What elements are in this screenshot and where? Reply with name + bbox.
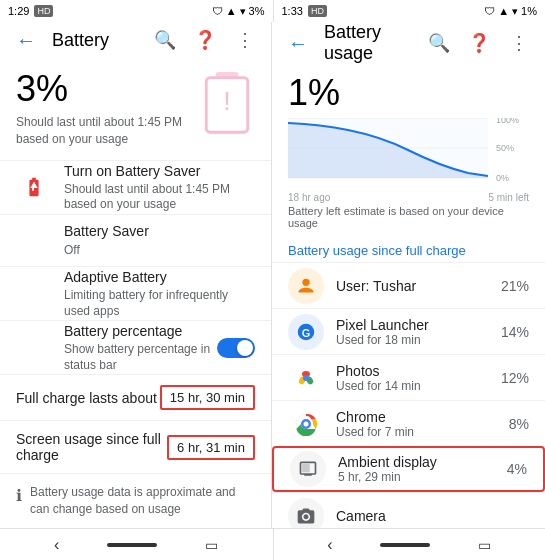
- user-icon: [288, 268, 324, 304]
- full-charge-value: 15 hr, 30 min: [160, 385, 255, 410]
- usage-item-pixel-launcher[interactable]: G Pixel Launcher Used for 18 min 14%: [272, 308, 545, 354]
- pixel-launcher-sub: Used for 18 min: [336, 333, 501, 347]
- chrome-pct: 8%: [509, 416, 529, 432]
- right-help-button[interactable]: ❓: [461, 25, 497, 61]
- chrome-title: Chrome: [336, 409, 509, 425]
- screen-usage-row: Screen usage since full charge 6 hr, 31 …: [0, 420, 271, 473]
- photos-icon: [288, 360, 324, 396]
- usage-item-photos[interactable]: Photos Used for 14 min 12%: [272, 354, 545, 400]
- right-nav-bar: ‹ ▭: [273, 529, 546, 560]
- svg-text:G: G: [302, 326, 311, 338]
- user-pct: 21%: [501, 278, 529, 294]
- photos-title: Photos: [336, 363, 501, 379]
- svg-rect-22: [304, 474, 312, 476]
- right-signal-icon: ▲: [498, 5, 509, 17]
- chart-time-start: 18 hr ago: [288, 192, 330, 203]
- usage-item-camera[interactable]: Camera: [272, 492, 545, 528]
- left-app-bar: ← Battery 🔍 ❓ ⋮: [0, 22, 271, 58]
- usage-item-ambient[interactable]: Ambient display 5 hr, 29 min 4%: [272, 446, 545, 492]
- svg-point-20: [304, 421, 309, 426]
- ambient-icon: [290, 451, 326, 487]
- right-back-button[interactable]: ←: [280, 25, 316, 61]
- right-nav-recents[interactable]: ▭: [478, 537, 491, 553]
- usage-item-user[interactable]: User: Tushar 21%: [272, 262, 545, 308]
- info-icon: ℹ: [16, 486, 22, 505]
- battery-pct-subtitle: Show battery percentage in status bar: [64, 342, 217, 373]
- right-battery-text: 1%: [521, 5, 537, 17]
- chart-note: Battery left estimate is based on your d…: [272, 203, 545, 235]
- adaptive-battery-subtitle: Limiting battery for infrequently used a…: [64, 288, 255, 319]
- battery-percentage-toggle[interactable]: [217, 338, 255, 358]
- usage-percentage: 1%: [272, 64, 545, 114]
- right-app-bar-icons: 🔍 ❓ ⋮: [421, 25, 537, 61]
- battery-percentage-item[interactable]: Battery percentage Show battery percenta…: [0, 320, 271, 374]
- ambient-pct: 4%: [507, 461, 527, 477]
- right-wifi-icon: ▾: [512, 5, 518, 18]
- camera-title: Camera: [336, 508, 529, 524]
- right-status-bar: 1:33 HD 🛡 ▲ ▾ 1%: [273, 0, 546, 22]
- battery-chart: 100% 50% 0%: [272, 114, 545, 190]
- footer-text: Battery usage data is approximate and ca…: [30, 484, 255, 518]
- left-search-button[interactable]: 🔍: [147, 22, 183, 58]
- camera-icon: [288, 498, 324, 529]
- battery-icon-container: !: [199, 68, 255, 138]
- battery-saver-item[interactable]: Battery Saver Off: [0, 214, 271, 266]
- svg-text:100%: 100%: [496, 118, 519, 125]
- ambient-sub: 5 hr, 29 min: [338, 470, 507, 484]
- left-wifi-icon: ▾: [240, 5, 246, 18]
- left-help-button[interactable]: ❓: [187, 22, 223, 58]
- photos-sub: Used for 14 min: [336, 379, 501, 393]
- left-title: Battery: [52, 30, 147, 51]
- pixel-launcher-icon: G: [288, 314, 324, 350]
- left-shield-icon: 🛡: [212, 5, 223, 17]
- battery-percentage: 3%: [16, 68, 187, 110]
- left-more-button[interactable]: ⋮: [227, 22, 263, 58]
- usage-section-header: Battery usage since full charge: [272, 235, 545, 262]
- left-app-bar-icons: 🔍 ❓ ⋮: [147, 22, 263, 58]
- nav-bars: ‹ ▭ ‹ ▭: [0, 528, 545, 560]
- photos-pct: 12%: [501, 370, 529, 386]
- left-back-button[interactable]: ←: [8, 22, 44, 58]
- usage-item-chrome[interactable]: Chrome Used for 7 min 8%: [272, 400, 545, 446]
- battery-hero: 3% Should last until about 1:45 PM based…: [0, 58, 271, 160]
- battery-saver-subtitle: Off: [64, 243, 255, 259]
- right-nav-back[interactable]: ‹: [327, 536, 332, 554]
- screen-usage-label: Screen usage since full charge: [16, 431, 167, 463]
- adaptive-battery-title: Adaptive Battery: [64, 268, 255, 286]
- battery-description: Should last until about 1:45 PM based on…: [16, 114, 187, 148]
- adaptive-battery-item[interactable]: Adaptive Battery Limiting battery for in…: [0, 266, 271, 320]
- right-nav-home[interactable]: [380, 543, 430, 547]
- turn-on-battery-saver-item[interactable]: Turn on Battery Saver Should last until …: [0, 160, 271, 214]
- right-time: 1:33: [282, 5, 303, 17]
- battery-chart-svg: 100% 50% 0%: [288, 118, 533, 186]
- left-nav-bar: ‹ ▭: [0, 529, 273, 560]
- svg-point-16: [303, 375, 309, 381]
- screen-usage-value: 6 hr, 31 min: [167, 435, 255, 460]
- svg-text:50%: 50%: [496, 143, 514, 153]
- left-signal-icon: ▲: [226, 5, 237, 17]
- svg-rect-23: [302, 464, 310, 472]
- footer-note: ℹ Battery usage data is approximate and …: [0, 473, 271, 528]
- right-more-button[interactable]: ⋮: [501, 25, 537, 61]
- left-nav-recents[interactable]: ▭: [205, 537, 218, 553]
- ambient-title: Ambient display: [338, 454, 507, 470]
- left-panel: ← Battery 🔍 ❓ ⋮ 3% Should last until abo…: [0, 22, 272, 528]
- user-title: User: Tushar: [336, 278, 501, 294]
- left-battery-text: 3%: [249, 5, 265, 17]
- left-nav-back[interactable]: ‹: [54, 536, 59, 554]
- right-hd-badge: HD: [308, 5, 327, 17]
- full-charge-label: Full charge lasts about: [16, 390, 160, 406]
- svg-point-10: [302, 278, 309, 285]
- chart-time-end: 5 min left: [488, 192, 529, 203]
- battery-saver-on-subtitle: Should last until about 1:45 PM based on…: [64, 182, 255, 213]
- left-status-bar: 1:29 HD 🛡 ▲ ▾ 3%: [0, 0, 273, 22]
- right-title: Battery usage: [324, 22, 421, 64]
- left-nav-home[interactable]: [107, 543, 157, 547]
- full-charge-row: Full charge lasts about 15 hr, 30 min: [0, 374, 271, 420]
- battery-pct-title: Battery percentage: [64, 322, 217, 340]
- battery-saver-icon: [16, 169, 52, 205]
- chart-time-labels: 18 hr ago 5 min left: [272, 190, 545, 203]
- right-shield-icon: 🛡: [484, 5, 495, 17]
- right-search-button[interactable]: 🔍: [421, 25, 457, 61]
- chrome-sub: Used for 7 min: [336, 425, 509, 439]
